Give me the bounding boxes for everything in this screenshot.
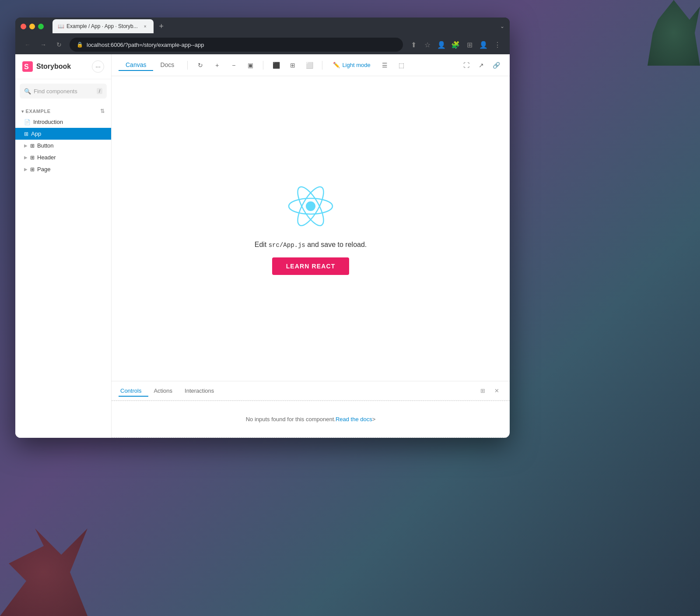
sidebar-item-app[interactable]: ⊞ App [15, 128, 111, 140]
extensions-button[interactable]: 🧩 [450, 39, 461, 50]
section-name-label: EXAMPLE [26, 109, 101, 114]
search-icon: 🔍 [24, 88, 31, 95]
browser-tabs-area: 📖 Example / App · App · Storyb... × + ⌄ [52, 19, 504, 33]
share-button[interactable]: ⬆ [408, 39, 419, 50]
sidebar-header: S Storybook ··· [15, 54, 111, 79]
svg-text:S: S [24, 63, 29, 70]
preview-edit-text: Edit src/App.js and save to reload. [255, 241, 367, 249]
split-view-button[interactable]: ⊞ [464, 39, 475, 50]
tab-interactions[interactable]: Interactions [183, 386, 221, 397]
grid-button[interactable]: ⊞ [286, 59, 299, 72]
panel-tabs: Controls Actions Interactions ⊞ ✕ [112, 381, 510, 401]
code-filename: src/App.js [269, 242, 305, 249]
sidebar-menu-button[interactable]: ··· [92, 60, 104, 73]
expand-panel-button[interactable]: ⊞ [476, 385, 489, 397]
browser-window: 📖 Example / App · App · Storyb... × + ⌄ … [15, 18, 510, 438]
read-docs-link[interactable]: Read the docs [336, 416, 372, 422]
address-input-wrap[interactable]: 🔒 localhost:6006/?path=/story/example-ap… [70, 38, 403, 52]
zoom-in-button[interactable]: + [210, 59, 224, 72]
docs-icon: 📄 [24, 119, 31, 125]
minimize-window-button[interactable] [29, 24, 35, 29]
sidebar-item-button[interactable]: ▶ ⊞ Button [15, 140, 111, 151]
tab-actions[interactable]: Actions [152, 386, 179, 397]
forward-button[interactable]: → [38, 39, 49, 50]
search-shortcut-badge: / [97, 88, 102, 94]
component-icon: ⊞ [24, 131, 28, 137]
copy-link-button[interactable]: 🔗 [490, 59, 503, 72]
active-browser-tab[interactable]: 📖 Example / App · App · Storyb... × [52, 19, 154, 33]
close-panel-button[interactable]: ✕ [490, 385, 503, 397]
zoom-reset-button[interactable]: ▣ [244, 59, 257, 72]
toolbar-divider [187, 61, 188, 70]
sidebar-section-example: ▾ EXAMPLE ⇅ 📄 Introduction ⊞ App ▶ [15, 103, 111, 179]
search-input-placeholder: Find components [34, 88, 94, 95]
maximize-window-button[interactable] [38, 24, 44, 29]
panel-controls-content: No inputs found for this component. Read… [112, 401, 510, 438]
component-icon: ⊞ [30, 166, 35, 172]
viewport-button[interactable]: ⬜ [303, 59, 316, 72]
background-button[interactable]: ⬛ [270, 59, 283, 72]
tab-canvas[interactable]: Canvas [119, 60, 153, 71]
expand-arrow-icon: ▶ [24, 155, 28, 160]
new-tab-button[interactable]: + [155, 20, 168, 32]
back-button[interactable]: ← [22, 39, 33, 50]
sidebar: S Storybook ··· 🔍 Find components / ▾ EX… [15, 54, 112, 438]
component-icon: ⊞ [30, 155, 35, 161]
measure-button[interactable]: ☰ [378, 59, 392, 72]
browser-actions: ⬆ ☆ 👤 🧩 ⊞ 👤 ⋮ [408, 39, 503, 50]
sidebar-item-header-label: Header [37, 154, 105, 161]
browser-menu-button[interactable]: ⋮ [492, 39, 503, 50]
panel-tab-actions: ⊞ ✕ [476, 385, 503, 397]
light-mode-button[interactable]: ✏️ Light mode [329, 60, 374, 70]
bookmark-button[interactable]: ☆ [422, 39, 433, 50]
sidebar-item-app-label: App [31, 130, 105, 137]
edit-suffix: and save to reload. [305, 241, 367, 248]
tab-controls[interactable]: Controls [119, 386, 148, 397]
reload-page-button[interactable]: ↻ [54, 39, 64, 50]
main-toolbar: Canvas Docs ↻ + − ▣ ⬛ ⊞ ⬜ ✏️ Light mode … [112, 54, 510, 76]
tab-favicon-icon: 📖 [58, 23, 64, 29]
tab-close-button[interactable]: × [142, 23, 148, 29]
no-inputs-text: No inputs found for this component. [246, 416, 336, 422]
canvas-preview-area: Edit src/App.js and save to reload. LEAR… [112, 76, 510, 381]
outline-button[interactable]: ⬚ [395, 59, 408, 72]
user-avatar-button[interactable]: 👤 [478, 39, 489, 50]
section-sort-icon[interactable]: ⇅ [100, 108, 105, 114]
storybook-logo: S Storybook [22, 61, 71, 72]
sidebar-item-button-label: Button [37, 142, 105, 149]
svg-point-2 [306, 201, 315, 211]
tab-title: Example / App · App · Storyb... [66, 23, 138, 29]
expand-arrow-icon: ▶ [24, 167, 28, 172]
tab-docs[interactable]: Docs [153, 60, 181, 71]
edit-prefix: Edit [255, 241, 269, 248]
reload-story-button[interactable]: ↻ [194, 59, 207, 72]
sidebar-item-introduction-label: Introduction [33, 119, 105, 125]
close-window-button[interactable] [21, 24, 26, 29]
tab-dropdown-button[interactable]: ⌄ [500, 23, 504, 29]
storybook-title: Storybook [36, 63, 71, 70]
no-inputs-message-area: No inputs found for this component. Read… [112, 401, 510, 438]
storybook-icon: S [22, 61, 33, 72]
toolbar-divider-2 [263, 61, 263, 70]
bottom-panel: Controls Actions Interactions ⊞ ✕ No inp… [112, 381, 510, 438]
sidebar-item-header[interactable]: ▶ ⊞ Header [15, 151, 111, 163]
component-icon: ⊞ [30, 143, 35, 149]
section-collapse-icon[interactable]: ▾ [21, 109, 24, 114]
search-bar[interactable]: 🔍 Find components / [20, 84, 107, 99]
address-bar: ← → ↻ 🔒 localhost:6006/?path=/story/exam… [15, 35, 510, 54]
profile-button[interactable]: 👤 [436, 39, 447, 50]
light-mode-label: Light mode [342, 62, 370, 68]
sidebar-item-page[interactable]: ▶ ⊞ Page [15, 163, 111, 175]
pencil-icon: ✏️ [333, 62, 340, 68]
section-header-example: ▾ EXAMPLE ⇅ [15, 106, 111, 116]
open-new-tab-button[interactable]: ↗ [475, 59, 488, 72]
sidebar-item-page-label: Page [37, 166, 105, 172]
main-area: Canvas Docs ↻ + − ▣ ⬛ ⊞ ⬜ ✏️ Light mode … [112, 54, 510, 438]
fullscreen-button[interactable]: ⛶ [460, 59, 473, 72]
sidebar-item-introduction[interactable]: 📄 Introduction [15, 116, 111, 128]
learn-react-button[interactable]: LEARN REACT [272, 257, 350, 275]
expand-arrow-icon: ▶ [24, 143, 28, 148]
zoom-out-button[interactable]: − [227, 59, 240, 72]
react-logo [287, 182, 335, 232]
security-icon: 🔒 [77, 42, 83, 48]
